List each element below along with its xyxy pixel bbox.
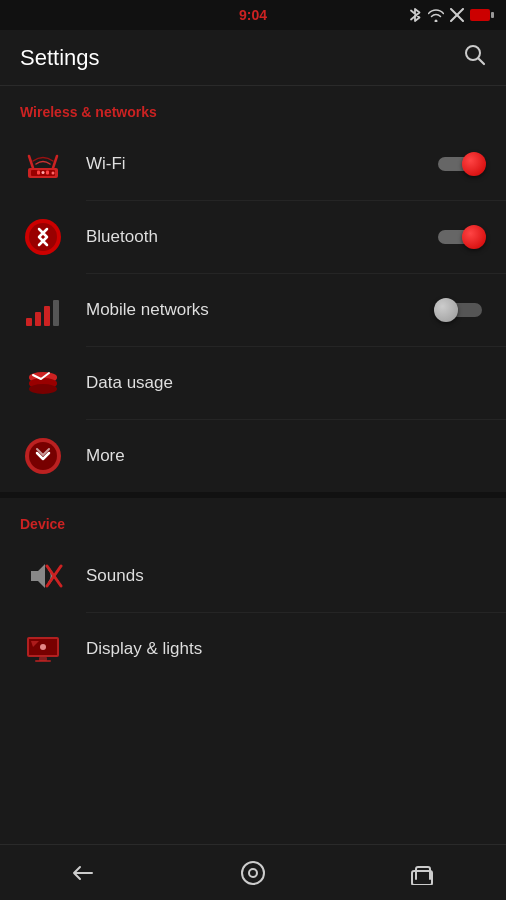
svg-line-3	[478, 58, 484, 64]
svg-rect-17	[53, 300, 59, 326]
nav-recents-button[interactable]	[394, 855, 450, 891]
more-icon	[20, 433, 66, 479]
sounds-icon	[20, 553, 66, 599]
bluetooth-icon	[409, 7, 422, 23]
wifi-toggle-thumb	[462, 152, 486, 176]
wifi-icon	[428, 9, 444, 22]
mobile-networks-icon	[20, 287, 66, 333]
data-usage-icon	[20, 360, 66, 406]
wifi-toggle[interactable]	[434, 150, 486, 178]
svg-rect-14	[26, 318, 32, 326]
display-lights-label: Display & lights	[86, 639, 486, 659]
bluetooth-toggle[interactable]	[434, 223, 486, 251]
svg-point-30	[242, 862, 264, 884]
nav-home-button[interactable]	[225, 855, 281, 891]
bluetooth-label: Bluetooth	[86, 227, 434, 247]
mobile-networks-toggle-thumb	[434, 298, 458, 322]
svg-point-29	[40, 644, 46, 650]
wifi-label: Wi-Fi	[86, 154, 434, 174]
settings-item-mobile-networks[interactable]: Mobile networks	[0, 274, 506, 346]
bluetooth-item-icon	[20, 214, 66, 260]
battery-icon	[470, 9, 490, 21]
airplane-mode-icon	[450, 8, 464, 22]
nav-back-button[interactable]	[56, 855, 112, 891]
svg-point-13	[29, 223, 57, 251]
svg-rect-9	[37, 171, 40, 175]
svg-line-6	[29, 156, 33, 168]
settings-item-data-usage[interactable]: Data usage	[0, 347, 506, 419]
settings-item-more[interactable]: More	[0, 420, 506, 492]
settings-item-sounds[interactable]: Sounds	[0, 540, 506, 612]
display-lights-icon	[20, 626, 66, 672]
svg-rect-15	[35, 312, 41, 326]
svg-point-8	[42, 171, 45, 174]
settings-item-display-lights[interactable]: Display & lights	[0, 613, 506, 685]
page-title: Settings	[20, 45, 100, 71]
section-wireless: Wireless & networks W	[0, 86, 506, 492]
section-header-device: Device	[0, 498, 506, 540]
svg-rect-16	[44, 306, 50, 326]
bluetooth-toggle-thumb	[462, 225, 486, 249]
status-icons	[409, 7, 490, 23]
settings-item-bluetooth[interactable]: Bluetooth	[0, 201, 506, 273]
svg-point-31	[249, 869, 257, 877]
toolbar: Settings	[0, 30, 506, 86]
status-time: 9:04	[239, 7, 267, 23]
svg-line-7	[53, 156, 57, 168]
mobile-networks-label: Mobile networks	[86, 300, 434, 320]
svg-point-11	[52, 172, 55, 175]
section-header-wireless: Wireless & networks	[0, 86, 506, 128]
mobile-networks-toggle[interactable]	[434, 296, 486, 324]
svg-rect-10	[46, 171, 49, 175]
more-label: More	[86, 446, 486, 466]
svg-rect-28	[35, 660, 51, 662]
nav-bar	[0, 844, 506, 900]
sounds-label: Sounds	[86, 566, 486, 586]
svg-point-20	[29, 384, 57, 394]
section-device: Device Sounds	[0, 498, 506, 685]
settings-item-wifi[interactable]: Wi-Fi	[0, 128, 506, 200]
data-usage-label: Data usage	[86, 373, 486, 393]
status-bar: 9:04	[0, 0, 506, 30]
search-button[interactable]	[464, 44, 486, 71]
wifi-item-icon	[20, 141, 66, 187]
